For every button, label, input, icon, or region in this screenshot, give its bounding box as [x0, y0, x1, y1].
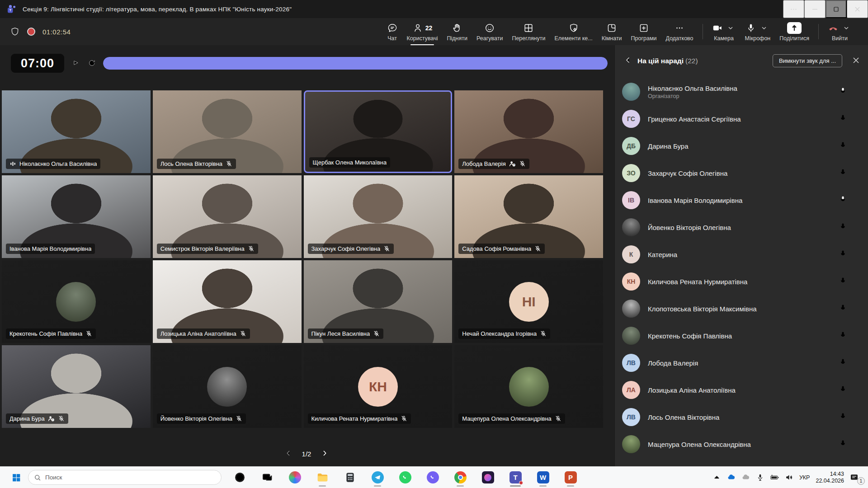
participant-row-11[interactable]: ЛАЛозицька Аліна Анатоліївна	[615, 376, 868, 404]
word-icon[interactable]: W	[534, 468, 552, 488]
close-button[interactable]	[847, 0, 868, 18]
mic-off-icon[interactable]	[839, 412, 847, 422]
toolbar-item-2[interactable]: Підняти	[443, 19, 472, 45]
mic-off-icon[interactable]	[839, 358, 847, 368]
mic-on-icon[interactable]	[839, 87, 847, 97]
participant-row-6[interactable]: ККатерина?	[615, 241, 868, 268]
search-input[interactable]	[45, 474, 208, 481]
mic-off-icon[interactable]	[839, 168, 847, 178]
whatsapp-icon[interactable]	[396, 468, 414, 488]
viber-icon[interactable]	[424, 468, 442, 488]
window-more-button[interactable]	[783, 0, 804, 18]
toolbar-item-8[interactable]: Додатково	[661, 19, 698, 45]
toolbar-item-4[interactable]: Переглянути	[507, 19, 550, 45]
video-tile-3[interactable]: Лобода Валерія?	[454, 90, 603, 173]
cloud-icon[interactable]	[741, 473, 750, 482]
toolbar-device-0[interactable]: Камера	[708, 19, 741, 45]
language-indicator[interactable]: УКР	[799, 474, 810, 481]
security-shield-icon[interactable]	[10, 27, 20, 37]
ring-icon[interactable]	[231, 468, 249, 488]
participant-row-0[interactable]: Ніколаєнко Ольга ВасилівнаОрганізатор	[615, 78, 868, 105]
onedrive-icon[interactable]	[727, 473, 736, 482]
calculator-icon[interactable]	[341, 468, 359, 488]
volume-icon[interactable]	[785, 473, 793, 482]
toolbar-item-6[interactable]: Кімнати	[597, 19, 627, 45]
avatar-initials: КН	[358, 367, 398, 407]
svg-text:T: T	[9, 8, 11, 12]
tray-chevron-up-icon[interactable]	[712, 473, 721, 482]
toolbar-item-7[interactable]: Програми	[627, 19, 661, 45]
notification-center-icon[interactable]: 1	[850, 472, 862, 483]
tile-name-label: Садова Софія Романівна	[458, 244, 545, 254]
previous-page-button[interactable]	[285, 450, 292, 458]
mic-off-icon[interactable]	[839, 439, 847, 449]
timer-play-button[interactable]	[71, 58, 80, 69]
participant-row-2[interactable]: ДБДарина Бура!	[615, 132, 868, 160]
next-page-button[interactable]	[321, 450, 328, 458]
mic-off-icon[interactable]	[839, 141, 847, 151]
participant-row-7[interactable]: КНКиличова Рената Нурмиратівна	[615, 268, 868, 295]
swirl-icon[interactable]	[286, 468, 304, 488]
tray-microphone-icon[interactable]	[756, 473, 764, 482]
video-tile-8[interactable]: Крекотень Софія Павлівна	[2, 260, 151, 343]
participant-row-12[interactable]: ЛВЛось Олена Вікторівна	[615, 404, 868, 431]
video-tile-4[interactable]: Іванова Марія Володимирівна	[2, 175, 151, 258]
video-tile-12[interactable]: Дарина Бура!	[2, 345, 151, 428]
toolbar-item-0[interactable]: Чат	[382, 19, 402, 45]
participant-row-4[interactable]: ІВІванова Марія Володимирівна	[615, 187, 868, 214]
participant-row-10[interactable]: ЛВЛобода Валерія?	[615, 349, 868, 376]
chrome-icon[interactable]	[451, 468, 469, 488]
mute-all-button[interactable]: Вимкнути звук для ...	[773, 54, 842, 67]
telegram-icon[interactable]	[368, 468, 387, 488]
mic-off-icon[interactable]	[839, 114, 847, 124]
video-tile-5[interactable]: Семистрок Вікторія Валеріївна	[153, 175, 302, 258]
panel-close-button[interactable]	[852, 56, 860, 66]
creative-icon[interactable]	[479, 468, 497, 488]
video-tile-7[interactable]: Садова Софія Романівна	[454, 175, 603, 258]
participant-row-9[interactable]: Крекотень Софія Павлівна	[615, 322, 868, 349]
toolbar-device-2[interactable]: Поділитися	[775, 19, 814, 45]
participant-name: Йовенко Вікторія Олегівна	[648, 224, 731, 231]
teams-icon[interactable]: T	[506, 468, 524, 488]
mic-off-icon[interactable]	[839, 304, 847, 314]
participant-row-1[interactable]: ГСГриценко Анастасія Сергіївна	[615, 105, 868, 132]
start-button[interactable]	[8, 469, 24, 486]
taskbar-clock[interactable]: 14:4322.04.2026	[816, 471, 844, 484]
panel-back-button[interactable]	[624, 56, 632, 66]
video-tile-10[interactable]: Пікун Леся Василівна	[304, 260, 453, 343]
mic-off-icon[interactable]	[839, 277, 847, 286]
toolbar-device-1[interactable]: Мікрофон	[741, 19, 775, 45]
toolbar-item-5[interactable]: Елементи ке...	[550, 19, 597, 45]
timer-reset-button[interactable]	[87, 58, 97, 69]
video-tile-13[interactable]: Йовенко Вікторія Олегівна	[153, 345, 302, 428]
powerpoint-icon[interactable]: P	[561, 468, 580, 488]
maximize-button[interactable]	[826, 0, 847, 18]
video-tile-1[interactable]: Лось Олена Вікторівна	[153, 90, 302, 173]
countdown-timer: 07:00	[11, 54, 64, 73]
toolbar-item-3[interactable]: Реагувати	[472, 19, 507, 45]
mic-off-icon[interactable]	[839, 331, 847, 341]
participant-row-13[interactable]: Мацепура Олена Олександрівна	[615, 431, 868, 458]
video-tile-11[interactable]: НІНечай Олександра Ігорівна	[454, 260, 603, 343]
participant-row-5[interactable]: Йовенко Вікторія Олегівна	[615, 214, 868, 241]
mic-off-icon[interactable]	[839, 249, 847, 259]
participant-row-8[interactable]: Клопотовська Вікторія Максимівна	[615, 295, 868, 322]
mic-off-icon[interactable]	[839, 222, 847, 232]
video-tile-15[interactable]: Мацепура Олена Олександрівна	[454, 345, 603, 428]
toolbar-item-1[interactable]: 22Користувачі	[402, 19, 443, 45]
taskview-icon[interactable]	[258, 468, 276, 488]
video-tile-6[interactable]: Захарчук Софія Олегівна	[304, 175, 453, 258]
video-tile-0[interactable]: Ніколаєнко Ольга Василівна	[2, 90, 151, 173]
mic-off-icon[interactable]	[839, 385, 847, 395]
mic-on-icon[interactable]	[839, 195, 847, 205]
video-tile-2[interactable]: Щербак Олена Миколаївна	[304, 90, 453, 173]
minimize-button[interactable]	[804, 0, 826, 18]
toolbar-device-3[interactable]: Вийти	[823, 19, 856, 45]
participant-row-3[interactable]: ЗОЗахарчук Софія Олегівна	[615, 160, 868, 187]
participant-name: Іванова Марія Володимирівна	[648, 197, 742, 204]
battery-icon[interactable]	[770, 473, 779, 482]
taskbar-search[interactable]	[28, 470, 222, 485]
explorer-icon[interactable]	[313, 468, 331, 488]
video-tile-14[interactable]: КНКиличова Рената Нурмиратівна	[304, 345, 453, 428]
video-tile-9[interactable]: Лозицька Аліна Анатоліївна	[153, 260, 302, 343]
